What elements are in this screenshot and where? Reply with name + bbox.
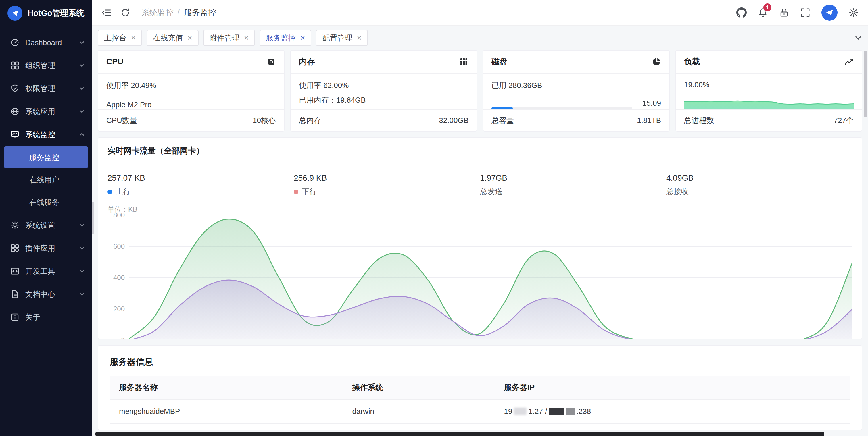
memory-card-title: 内存 bbox=[299, 56, 315, 67]
downstream-dot-icon bbox=[294, 190, 298, 194]
tab-console[interactable]: 主控台 × bbox=[98, 30, 142, 46]
tab-config[interactable]: 配置管理 × bbox=[316, 30, 368, 46]
sidebar-item-label: 开发工具 bbox=[25, 266, 73, 276]
app-title: HotGo管理系统 bbox=[28, 8, 85, 19]
column-os: 操作系统 bbox=[343, 376, 495, 399]
tab-label: 主控台 bbox=[104, 33, 126, 43]
sidebar-item-label: Dashboard bbox=[25, 38, 73, 47]
cpu-footer-label: CPU数量 bbox=[106, 115, 137, 126]
ip-part-2: 1.27 / bbox=[528, 407, 547, 415]
sidebar-subitem-service-monitor[interactable]: 服务监控 bbox=[4, 146, 88, 168]
memory-usage-text: 使用率 62.00% bbox=[299, 80, 468, 91]
ip-redaction-block bbox=[566, 408, 575, 415]
sidebar-item-devtools[interactable]: 开发工具 bbox=[0, 260, 92, 282]
gear-icon bbox=[10, 221, 20, 230]
top-header: 系统监控 / 服务监控 1 bbox=[92, 0, 868, 26]
tab-close-icon[interactable]: × bbox=[300, 34, 305, 42]
ip-redaction-block bbox=[514, 408, 527, 415]
memory-grid-icon bbox=[459, 57, 468, 66]
fullscreen-icon[interactable] bbox=[800, 7, 810, 18]
notifications-button[interactable]: 1 bbox=[757, 7, 768, 18]
chevron-down-icon bbox=[854, 34, 862, 42]
sidebar-item-about[interactable]: 关于 bbox=[0, 306, 92, 329]
disk-percent-value: 15.09 bbox=[638, 99, 661, 108]
sidebar-subitem-label: 在线用户 bbox=[29, 175, 59, 185]
tab-close-icon[interactable]: × bbox=[187, 34, 192, 42]
dashboard-icon bbox=[10, 38, 20, 47]
sidebar-item-label: 系统设置 bbox=[25, 220, 73, 230]
disk-footer-value: 1.81TB bbox=[637, 116, 661, 125]
tab-close-icon[interactable]: × bbox=[131, 34, 136, 42]
tab-close-icon[interactable]: × bbox=[357, 34, 361, 42]
app-logo[interactable]: HotGo管理系统 bbox=[0, 0, 92, 26]
page-content: CPU 使用率 20.49% Apple M2 Pro CPU数量 10核心 内… bbox=[92, 50, 868, 436]
sidebar-scrollbar-thumb[interactable] bbox=[92, 202, 94, 234]
app-root: HotGo管理系统 Dashboard 组织管理 权限管理 系统应用 bbox=[0, 0, 868, 436]
memory-footer-value: 32.00GB bbox=[439, 116, 468, 125]
chevron-down-icon bbox=[79, 39, 85, 46]
cpu-card: CPU 使用率 20.49% Apple M2 Pro CPU数量 10核心 bbox=[98, 50, 284, 132]
disk-used-text: 已用 280.36GB bbox=[492, 80, 661, 91]
tab-options-button[interactable] bbox=[854, 34, 862, 42]
tab-label: 在线充值 bbox=[153, 33, 183, 43]
logo-icon bbox=[7, 6, 23, 21]
chart-y-axis-labels: 8006004002000 bbox=[107, 215, 129, 339]
sidebar-item-label: 文档中心 bbox=[25, 289, 73, 299]
stat-value: 1.97GB bbox=[480, 173, 666, 183]
breadcrumb-separator: / bbox=[178, 7, 180, 18]
vertical-scrollbar-thumb[interactable] bbox=[864, 51, 867, 117]
collapse-sidebar-icon[interactable] bbox=[101, 7, 112, 18]
ip-part-3: .238 bbox=[577, 407, 591, 415]
tab-service-monitor[interactable]: 服务监控 × bbox=[259, 30, 311, 46]
github-icon[interactable] bbox=[736, 7, 747, 18]
sidebar-item-apps[interactable]: 系统应用 bbox=[0, 100, 92, 123]
ip-redaction-block bbox=[549, 408, 564, 415]
sidebar-subitem-label: 服务监控 bbox=[29, 153, 59, 163]
lock-icon[interactable] bbox=[779, 7, 789, 18]
disk-footer-label: 总容量 bbox=[492, 115, 514, 126]
stat-value: 257.07 KB bbox=[107, 173, 294, 183]
org-grid-icon bbox=[10, 61, 20, 70]
network-card-title: 实时网卡流量（全部网卡） bbox=[98, 138, 862, 164]
sidebar-item-label: 关于 bbox=[25, 312, 85, 322]
column-server-name: 服务器名称 bbox=[110, 376, 343, 399]
stat-label: 总发送 bbox=[480, 187, 502, 197]
chevron-down-icon bbox=[79, 85, 85, 92]
sidebar-item-plugins[interactable]: 插件应用 bbox=[0, 237, 92, 260]
load-footer-value: 727个 bbox=[834, 115, 854, 126]
settings-gear-icon[interactable] bbox=[848, 7, 859, 18]
sidebar-item-org[interactable]: 组织管理 bbox=[0, 54, 92, 77]
tab-attachment[interactable]: 附件管理 × bbox=[203, 30, 255, 46]
user-avatar[interactable] bbox=[822, 5, 838, 21]
sidebar-subitem-online-users[interactable]: 在线用户 bbox=[4, 169, 88, 191]
sidebar-subitem-online-services[interactable]: 在线服务 bbox=[4, 191, 88, 213]
sidebar-item-settings[interactable]: 系统设置 bbox=[0, 214, 92, 237]
chevron-down-icon bbox=[79, 108, 85, 114]
sidebar-item-dashboard[interactable]: Dashboard bbox=[0, 31, 92, 54]
shield-icon bbox=[10, 84, 20, 93]
tab-close-icon[interactable]: × bbox=[244, 34, 249, 42]
stat-card-row: CPU 使用率 20.49% Apple M2 Pro CPU数量 10核心 内… bbox=[98, 50, 862, 132]
sidebar-item-label: 组织管理 bbox=[25, 61, 73, 71]
horizontal-scrollbar-thumb[interactable] bbox=[95, 432, 824, 436]
sidebar-item-label: 插件应用 bbox=[25, 243, 73, 253]
table-header-row: 服务器名称 操作系统 服务器IP bbox=[110, 376, 850, 399]
trend-line-icon bbox=[844, 57, 854, 66]
sidebar-menu: Dashboard 组织管理 权限管理 系统应用 系统监控 bbox=[0, 26, 92, 436]
load-footer-label: 总进程数 bbox=[684, 115, 714, 126]
tab-label: 配置管理 bbox=[322, 33, 352, 43]
sidebar-item-permission[interactable]: 权限管理 bbox=[0, 77, 92, 100]
sidebar-item-docs[interactable]: 文档中心 bbox=[0, 282, 92, 306]
chevron-down-icon bbox=[79, 245, 85, 251]
pie-chart-icon bbox=[652, 57, 661, 66]
tab-online-recharge[interactable]: 在线充值 × bbox=[147, 30, 198, 46]
stat-label: 下行 bbox=[302, 187, 317, 197]
network-traffic-card: 实时网卡流量（全部网卡） 257.07 KB 上行 256.9 KB 下行 1.… bbox=[98, 137, 862, 339]
cpu-footer-value: 10核心 bbox=[253, 115, 276, 126]
sidebar-item-monitor[interactable]: 系统监控 bbox=[0, 123, 92, 146]
cpu-card-title: CPU bbox=[106, 57, 123, 66]
stat-value: 256.9 KB bbox=[294, 173, 480, 183]
breadcrumb-parent[interactable]: 系统监控 bbox=[142, 7, 174, 18]
refresh-icon[interactable] bbox=[120, 7, 130, 18]
chevron-up-icon bbox=[79, 131, 85, 138]
